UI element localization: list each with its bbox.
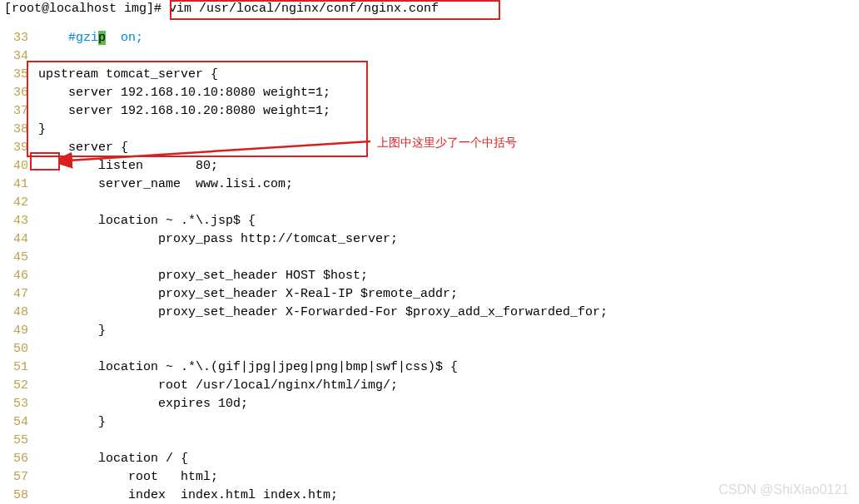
line-number: 50	[0, 340, 38, 358]
code-line[interactable]: 50	[0, 340, 859, 358]
line-number: 52	[0, 377, 38, 395]
code-content: location / {	[38, 450, 859, 468]
code-content: proxy_set_header X-Forwarded-For $proxy_…	[38, 304, 859, 322]
code-content: server 192.168.10.10:8080 weight=1;	[38, 84, 859, 102]
line-number: 49	[0, 322, 38, 340]
code-content	[38, 47, 859, 66]
prompt-command: vim /usr/local/nginx/conf/nginx.conf	[161, 2, 439, 16]
code-content: proxy_set_header HOST $host;	[38, 267, 859, 285]
line-number: 45	[0, 249, 38, 267]
code-line[interactable]: 41 server_name www.lisi.com;	[0, 175, 859, 194]
code-line[interactable]: 42	[0, 194, 859, 212]
line-number: 33	[0, 29, 38, 47]
code-content: server_name www.lisi.com;	[38, 175, 859, 194]
code-content: }	[38, 413, 859, 432]
line-number: 57	[0, 468, 38, 487]
code-line[interactable]: 44 proxy_pass http://tomcat_server;	[0, 230, 859, 249]
code-content: server 192.168.10.20:8080 weight=1;	[38, 102, 859, 121]
code-line[interactable]: 37 server 192.168.10.20:8080 weight=1;	[0, 102, 859, 121]
prompt-user-host: [root@localhost img]	[4, 2, 154, 16]
code-content: #gzip on;	[38, 29, 859, 47]
code-line[interactable]: 51 location ~ .*\.(gif|jpg|jpeg|png|bmp|…	[0, 358, 859, 377]
code-content: expires 10d;	[38, 395, 859, 413]
code-content: upstream tomcat_server {	[38, 66, 859, 84]
code-line[interactable]: 48 proxy_set_header X-Forwarded-For $pro…	[0, 304, 859, 322]
line-number: 34	[0, 47, 38, 66]
code-content: }	[38, 322, 859, 340]
line-number: 40	[0, 157, 38, 175]
editor-area[interactable]: 33 #gzip on;3435upstream tomcat_server {…	[0, 29, 859, 504]
code-content: location ~ .*\.(gif|jpg|jpeg|png|bmp|swf…	[38, 358, 859, 377]
line-number: 54	[0, 413, 38, 432]
line-number: 37	[0, 102, 38, 121]
line-number: 53	[0, 395, 38, 413]
line-number: 56	[0, 450, 38, 468]
code-content	[38, 249, 859, 267]
code-line[interactable]: 53 expires 10d;	[0, 395, 859, 413]
code-line[interactable]: 36 server 192.168.10.10:8080 weight=1;	[0, 84, 859, 102]
code-line[interactable]: 56 location / {	[0, 450, 859, 468]
line-number: 51	[0, 358, 38, 377]
code-line[interactable]: 46 proxy_set_header HOST $host;	[0, 267, 859, 285]
line-number: 38	[0, 121, 38, 139]
code-line[interactable]: 54 }	[0, 413, 859, 432]
code-line[interactable]: 47 proxy_set_header X-Real-IP $remote_ad…	[0, 285, 859, 304]
code-content: location ~ .*\.jsp$ {	[38, 212, 859, 230]
line-number: 42	[0, 194, 38, 212]
prompt-hash: #	[154, 2, 161, 16]
code-content	[38, 340, 859, 358]
code-line[interactable]: 52 root /usr/local/nginx/html/img/;	[0, 377, 859, 395]
line-number: 58	[0, 487, 38, 504]
line-number: 55	[0, 432, 38, 450]
code-content: proxy_set_header X-Real-IP $remote_addr;	[38, 285, 859, 304]
line-number: 48	[0, 304, 38, 322]
shell-prompt: [root@localhost img]# vim /usr/local/ngi…	[0, 0, 859, 17]
cursor-highlight: p	[98, 31, 106, 45]
code-line[interactable]: 49 }	[0, 322, 859, 340]
code-line[interactable]: 40 listen 80;	[0, 157, 859, 175]
line-number: 35	[0, 66, 38, 84]
line-number: 39	[0, 139, 38, 157]
annotation-text: 上图中这里少了一个中括号	[377, 136, 517, 151]
line-number: 36	[0, 84, 38, 102]
code-content: proxy_pass http://tomcat_server;	[38, 230, 859, 249]
code-line[interactable]: 55	[0, 432, 859, 450]
code-line[interactable]: 34	[0, 47, 859, 66]
code-content	[38, 432, 859, 450]
code-line[interactable]: 45	[0, 249, 859, 267]
line-number: 44	[0, 230, 38, 249]
code-line[interactable]: 35upstream tomcat_server {	[0, 66, 859, 84]
code-content	[38, 194, 859, 212]
code-line[interactable]: 33 #gzip on;	[0, 29, 859, 47]
line-number: 43	[0, 212, 38, 230]
line-number: 46	[0, 267, 38, 285]
code-content: listen 80;	[38, 157, 859, 175]
watermark: CSDN @ShiXiao0121	[718, 482, 849, 497]
code-content: root /usr/local/nginx/html/img/;	[38, 377, 859, 395]
line-number: 41	[0, 175, 38, 194]
code-line[interactable]: 43 location ~ .*\.jsp$ {	[0, 212, 859, 230]
line-number: 47	[0, 285, 38, 304]
